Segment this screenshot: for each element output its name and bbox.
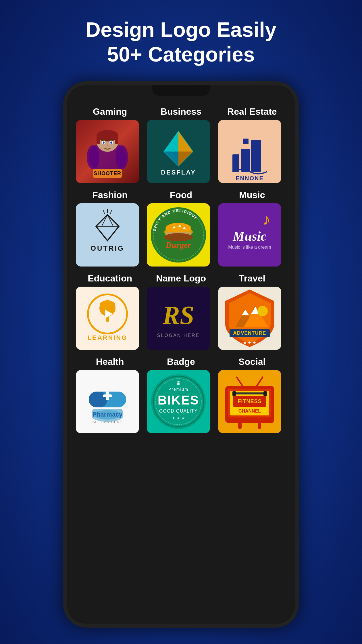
svg-marker-18 — [164, 131, 178, 152]
label-realestate: Real Estate — [218, 106, 286, 117]
svg-rect-4 — [115, 136, 118, 144]
svg-rect-71 — [106, 392, 109, 400]
svg-rect-95 — [232, 391, 236, 396]
svg-text:Burger: Burger — [165, 240, 191, 250]
realestate-logo-svg: ENNONE — [218, 120, 281, 183]
headline-line2: 50+ Categories — [86, 42, 276, 67]
svg-point-8 — [110, 141, 112, 144]
social-logo-svg: FITNESS CHANNEL — [218, 370, 281, 433]
label-education: Education — [76, 273, 144, 284]
row-labels-4: Health Badge Social — [76, 351, 286, 370]
card-social[interactable]: FITNESS CHANNEL — [218, 370, 281, 433]
section-group-4: Health Badge Social — [76, 351, 286, 433]
phone-button-vol-up — [297, 143, 299, 163]
gaming-logo-svg: SHOOTER — [76, 120, 139, 183]
svg-rect-87 — [258, 422, 261, 429]
svg-marker-27 — [96, 215, 119, 241]
svg-text:DESFLAY: DESFLAY — [161, 169, 196, 176]
svg-line-89 — [257, 377, 263, 386]
section-group-3: Education Name Logo Travel — [76, 268, 286, 350]
svg-text:CHANNEL: CHANNEL — [238, 409, 261, 413]
badge-logo-svg: ♛ Premium BIKES GOOD QUALITY ★ ★ ★ — [147, 370, 210, 433]
svg-rect-86 — [238, 422, 242, 429]
svg-text:BIKES: BIKES — [158, 393, 199, 407]
row-labels-3: Education Name Logo Travel — [76, 268, 286, 287]
svg-line-35 — [110, 210, 112, 214]
svg-text:FITNESS: FITNESS — [238, 398, 261, 404]
svg-text:★ ★ ★: ★ ★ ★ — [243, 340, 256, 345]
label-travel: Travel — [218, 273, 286, 284]
page-title: Design Logo Easily 50+ Categories — [86, 17, 276, 67]
card-education[interactable]: LEARNING — [76, 287, 139, 350]
svg-text:SLOGAN HERE: SLOGAN HERE — [93, 420, 123, 424]
card-health[interactable]: Pharmacy SLOGAN HERE — [76, 370, 139, 433]
row-labels-1: Gaming Business Real Estate — [76, 101, 286, 120]
phone-screen: Gaming Business Real Estate — [67, 85, 295, 624]
svg-rect-96 — [263, 391, 267, 396]
svg-rect-23 — [251, 140, 261, 172]
svg-line-88 — [237, 377, 242, 386]
svg-text:GOOD QUALITY: GOOD QUALITY — [159, 409, 198, 413]
svg-rect-25 — [232, 154, 239, 172]
svg-text:LEARNING: LEARNING — [88, 334, 128, 341]
label-badge: Badge — [147, 356, 215, 367]
card-fashion[interactable]: OUTRIG — [76, 203, 139, 267]
svg-point-11 — [107, 145, 108, 146]
education-logo-svg: LEARNING — [76, 287, 139, 350]
svg-text:SHOOTER: SHOOTER — [94, 170, 121, 176]
label-business: Business — [147, 106, 215, 117]
svg-text:♛: ♛ — [176, 380, 181, 386]
svg-line-29 — [96, 226, 107, 241]
label-gaming: Gaming — [76, 106, 144, 117]
svg-text:Music: Music — [232, 229, 267, 244]
svg-point-13 — [115, 145, 128, 169]
svg-rect-22 — [241, 149, 250, 172]
svg-point-55 — [107, 301, 115, 309]
svg-point-12 — [87, 145, 99, 169]
business-logo-svg: DESFLAY — [147, 120, 210, 183]
card-gaming[interactable]: SHOOTER — [76, 120, 139, 183]
card-music[interactable]: ♪ Music Music is like a dream — [218, 203, 281, 267]
svg-text:ADVENTURE: ADVENTURE — [233, 330, 266, 336]
label-health: Health — [76, 356, 144, 367]
svg-marker-17 — [178, 131, 193, 152]
travel-logo-svg: ADVENTURE ★ ★ ★ — [218, 287, 281, 350]
svg-text:RS: RS — [162, 301, 194, 329]
label-namelogo: Name Logo — [147, 273, 215, 284]
svg-line-34 — [103, 210, 105, 214]
svg-rect-69 — [89, 392, 107, 407]
fashion-logo-svg: OUTRIG — [76, 203, 139, 267]
section-group-1: Gaming Business Real Estate — [76, 101, 286, 183]
section-group-2: Fashion Food Music — [76, 185, 286, 267]
svg-point-64 — [257, 306, 268, 316]
svg-text:OUTRIG: OUTRIG — [90, 244, 124, 252]
card-badge[interactable]: ♛ Premium BIKES GOOD QUALITY ★ ★ ★ — [147, 370, 210, 433]
phone-button-vol-down — [297, 169, 299, 189]
phone-notch — [152, 85, 210, 96]
label-social: Social — [218, 356, 286, 367]
svg-line-31 — [102, 215, 107, 226]
label-music: Music — [218, 190, 286, 200]
svg-text:★ ★ ★: ★ ★ ★ — [172, 416, 185, 420]
namelogo-logo-svg: RS SLOGAN HERE — [147, 287, 210, 350]
card-travel[interactable]: ADVENTURE ★ ★ ★ — [218, 287, 281, 350]
card-realestate[interactable]: ENNONE — [218, 120, 281, 183]
svg-rect-3 — [97, 136, 100, 144]
svg-marker-19 — [164, 152, 178, 166]
phone-button-power — [63, 157, 65, 186]
svg-line-32 — [107, 215, 113, 226]
cards-row-4: Pharmacy SLOGAN HERE ♛ Premium — [76, 370, 286, 433]
svg-marker-20 — [178, 152, 193, 166]
svg-text:SLOGAN HERE: SLOGAN HERE — [157, 333, 200, 338]
label-fashion: Fashion — [76, 190, 144, 200]
card-namelogo[interactable]: RS SLOGAN HERE — [147, 287, 210, 350]
svg-text:Premium: Premium — [168, 387, 188, 392]
card-business[interactable]: DESFLAY — [147, 120, 210, 183]
svg-text:Pharmacy: Pharmacy — [92, 411, 123, 418]
food-logo-svg: SPICY AND DELICIOUS Burger — [147, 203, 210, 267]
music-logo-svg: ♪ Music Music is like a dream — [218, 203, 281, 267]
headline-line1: Design Logo Easily — [86, 17, 276, 42]
svg-rect-24 — [243, 139, 249, 144]
svg-text:♪: ♪ — [263, 210, 271, 228]
card-food[interactable]: SPICY AND DELICIOUS Burger — [147, 203, 210, 267]
